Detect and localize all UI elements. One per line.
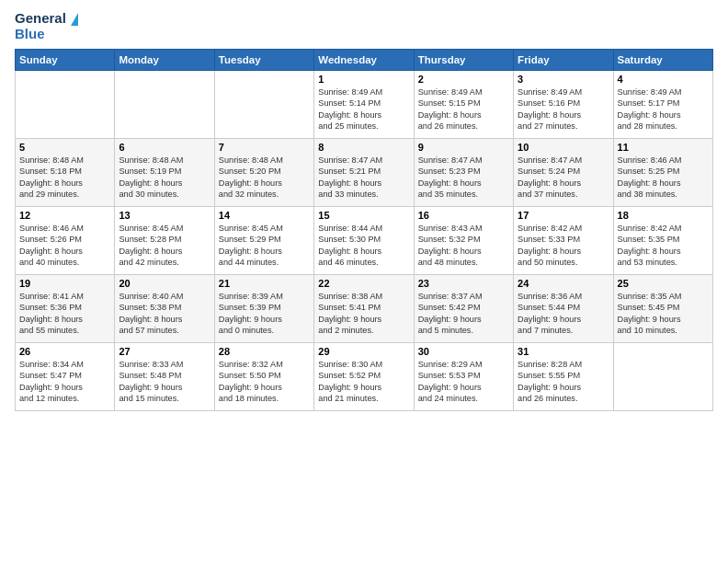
calendar-cell: 7Sunrise: 8:48 AM Sunset: 5:20 PM Daylig… — [214, 139, 313, 207]
cell-info: Sunrise: 8:39 AM Sunset: 5:39 PM Dayligh… — [219, 291, 310, 337]
cell-info: Sunrise: 8:45 AM Sunset: 5:29 PM Dayligh… — [219, 223, 310, 269]
calendar-table: SundayMondayTuesdayWednesdayThursdayFrid… — [15, 49, 713, 411]
calendar-week-1: 1Sunrise: 8:49 AM Sunset: 5:14 PM Daylig… — [16, 71, 713, 139]
cell-info: Sunrise: 8:41 AM Sunset: 5:36 PM Dayligh… — [19, 291, 110, 337]
calendar-cell: 16Sunrise: 8:43 AM Sunset: 5:32 PM Dayli… — [414, 207, 513, 275]
calendar-cell — [214, 71, 313, 139]
calendar-cell: 10Sunrise: 8:47 AM Sunset: 5:24 PM Dayli… — [514, 139, 613, 207]
logo-general: General — [15, 11, 66, 27]
day-number: 20 — [119, 278, 210, 289]
day-number: 2 — [418, 74, 509, 85]
calendar-cell: 21Sunrise: 8:39 AM Sunset: 5:39 PM Dayli… — [214, 275, 313, 343]
calendar-week-3: 12Sunrise: 8:46 AM Sunset: 5:26 PM Dayli… — [16, 207, 713, 275]
page-header: GeneralBlue — [15, 11, 713, 41]
cell-info: Sunrise: 8:29 AM Sunset: 5:53 PM Dayligh… — [418, 359, 509, 405]
calendar-cell — [613, 343, 712, 411]
calendar-cell: 29Sunrise: 8:30 AM Sunset: 5:52 PM Dayli… — [314, 343, 414, 411]
day-number: 31 — [518, 346, 609, 357]
calendar-cell: 12Sunrise: 8:46 AM Sunset: 5:26 PM Dayli… — [16, 207, 115, 275]
calendar-cell: 1Sunrise: 8:49 AM Sunset: 5:14 PM Daylig… — [314, 71, 414, 139]
cell-info: Sunrise: 8:42 AM Sunset: 5:35 PM Dayligh… — [618, 223, 709, 269]
day-number: 23 — [418, 278, 509, 289]
calendar-cell: 28Sunrise: 8:32 AM Sunset: 5:50 PM Dayli… — [214, 343, 313, 411]
day-number: 5 — [19, 142, 110, 153]
calendar-cell: 22Sunrise: 8:38 AM Sunset: 5:41 PM Dayli… — [314, 275, 414, 343]
cell-info: Sunrise: 8:47 AM Sunset: 5:23 PM Dayligh… — [418, 155, 509, 201]
day-number: 13 — [119, 210, 210, 221]
day-number: 10 — [518, 142, 609, 153]
calendar-cell: 23Sunrise: 8:37 AM Sunset: 5:42 PM Dayli… — [414, 275, 513, 343]
cell-info: Sunrise: 8:49 AM Sunset: 5:16 PM Dayligh… — [518, 86, 609, 132]
calendar-week-4: 19Sunrise: 8:41 AM Sunset: 5:36 PM Dayli… — [16, 275, 713, 343]
cell-info: Sunrise: 8:38 AM Sunset: 5:41 PM Dayligh… — [318, 291, 409, 337]
cell-info: Sunrise: 8:34 AM Sunset: 5:47 PM Dayligh… — [19, 359, 110, 405]
calendar-cell: 5Sunrise: 8:48 AM Sunset: 5:18 PM Daylig… — [16, 139, 115, 207]
cell-info: Sunrise: 8:35 AM Sunset: 5:45 PM Dayligh… — [618, 291, 709, 337]
calendar-cell: 8Sunrise: 8:47 AM Sunset: 5:21 PM Daylig… — [314, 139, 414, 207]
cell-info: Sunrise: 8:36 AM Sunset: 5:44 PM Dayligh… — [518, 291, 609, 337]
calendar-cell: 14Sunrise: 8:45 AM Sunset: 5:29 PM Dayli… — [214, 207, 313, 275]
calendar-body: 1Sunrise: 8:49 AM Sunset: 5:14 PM Daylig… — [16, 71, 713, 411]
day-number: 22 — [318, 278, 409, 289]
cell-info: Sunrise: 8:49 AM Sunset: 5:17 PM Dayligh… — [618, 86, 709, 132]
day-number: 16 — [418, 210, 509, 221]
cell-info: Sunrise: 8:42 AM Sunset: 5:33 PM Dayligh… — [518, 223, 609, 269]
calendar-cell: 20Sunrise: 8:40 AM Sunset: 5:38 PM Dayli… — [115, 275, 214, 343]
calendar-cell: 6Sunrise: 8:48 AM Sunset: 5:19 PM Daylig… — [115, 139, 214, 207]
cell-info: Sunrise: 8:30 AM Sunset: 5:52 PM Dayligh… — [318, 359, 409, 405]
cell-info: Sunrise: 8:46 AM Sunset: 5:26 PM Dayligh… — [19, 223, 110, 269]
day-number: 25 — [618, 278, 709, 289]
calendar-cell: 27Sunrise: 8:33 AM Sunset: 5:48 PM Dayli… — [115, 343, 214, 411]
day-number: 12 — [19, 210, 110, 221]
header-saturday: Saturday — [613, 50, 712, 71]
calendar-cell: 24Sunrise: 8:36 AM Sunset: 5:44 PM Dayli… — [514, 275, 613, 343]
calendar-cell: 13Sunrise: 8:45 AM Sunset: 5:28 PM Dayli… — [115, 207, 214, 275]
logo-triangle — [71, 13, 78, 26]
cell-info: Sunrise: 8:40 AM Sunset: 5:38 PM Dayligh… — [119, 291, 210, 337]
calendar-cell: 9Sunrise: 8:47 AM Sunset: 5:23 PM Daylig… — [414, 139, 513, 207]
calendar-week-2: 5Sunrise: 8:48 AM Sunset: 5:18 PM Daylig… — [16, 139, 713, 207]
cell-info: Sunrise: 8:46 AM Sunset: 5:25 PM Dayligh… — [618, 155, 709, 201]
day-number: 11 — [618, 142, 709, 153]
cell-info: Sunrise: 8:28 AM Sunset: 5:55 PM Dayligh… — [518, 359, 609, 405]
cell-info: Sunrise: 8:49 AM Sunset: 5:15 PM Dayligh… — [418, 86, 509, 132]
header-tuesday: Tuesday — [214, 50, 313, 71]
calendar-cell — [16, 71, 115, 139]
header-thursday: Thursday — [414, 50, 513, 71]
logo-blue: Blue — [15, 27, 78, 42]
cell-info: Sunrise: 8:43 AM Sunset: 5:32 PM Dayligh… — [418, 223, 509, 269]
day-number: 3 — [518, 74, 609, 85]
calendar-cell: 19Sunrise: 8:41 AM Sunset: 5:36 PM Dayli… — [16, 275, 115, 343]
calendar-cell: 15Sunrise: 8:44 AM Sunset: 5:30 PM Dayli… — [314, 207, 414, 275]
cell-info: Sunrise: 8:48 AM Sunset: 5:20 PM Dayligh… — [219, 155, 310, 201]
calendar-cell — [115, 71, 214, 139]
calendar-week-5: 26Sunrise: 8:34 AM Sunset: 5:47 PM Dayli… — [16, 343, 713, 411]
calendar-cell: 17Sunrise: 8:42 AM Sunset: 5:33 PM Dayli… — [514, 207, 613, 275]
header-wednesday: Wednesday — [314, 50, 414, 71]
day-number: 21 — [219, 278, 310, 289]
cell-info: Sunrise: 8:32 AM Sunset: 5:50 PM Dayligh… — [219, 359, 310, 405]
day-number: 24 — [518, 278, 609, 289]
cell-info: Sunrise: 8:33 AM Sunset: 5:48 PM Dayligh… — [119, 359, 210, 405]
calendar-cell: 31Sunrise: 8:28 AM Sunset: 5:55 PM Dayli… — [514, 343, 613, 411]
day-number: 7 — [219, 142, 310, 153]
day-number: 4 — [618, 74, 709, 85]
calendar-cell: 4Sunrise: 8:49 AM Sunset: 5:17 PM Daylig… — [613, 71, 712, 139]
cell-info: Sunrise: 8:47 AM Sunset: 5:24 PM Dayligh… — [518, 155, 609, 201]
calendar-cell: 2Sunrise: 8:49 AM Sunset: 5:15 PM Daylig… — [414, 71, 513, 139]
cell-info: Sunrise: 8:47 AM Sunset: 5:21 PM Dayligh… — [318, 155, 409, 201]
cell-info: Sunrise: 8:37 AM Sunset: 5:42 PM Dayligh… — [418, 291, 509, 337]
cell-info: Sunrise: 8:48 AM Sunset: 5:18 PM Dayligh… — [19, 155, 110, 201]
day-number: 1 — [318, 74, 409, 85]
day-number: 30 — [418, 346, 509, 357]
day-number: 29 — [318, 346, 409, 357]
calendar-cell: 26Sunrise: 8:34 AM Sunset: 5:47 PM Dayli… — [16, 343, 115, 411]
day-number: 28 — [219, 346, 310, 357]
cell-info: Sunrise: 8:45 AM Sunset: 5:28 PM Dayligh… — [119, 223, 210, 269]
calendar-cell: 25Sunrise: 8:35 AM Sunset: 5:45 PM Dayli… — [613, 275, 712, 343]
day-number: 14 — [219, 210, 310, 221]
calendar-cell: 30Sunrise: 8:29 AM Sunset: 5:53 PM Dayli… — [414, 343, 513, 411]
day-number: 18 — [618, 210, 709, 221]
day-number: 26 — [19, 346, 110, 357]
day-number: 9 — [418, 142, 509, 153]
